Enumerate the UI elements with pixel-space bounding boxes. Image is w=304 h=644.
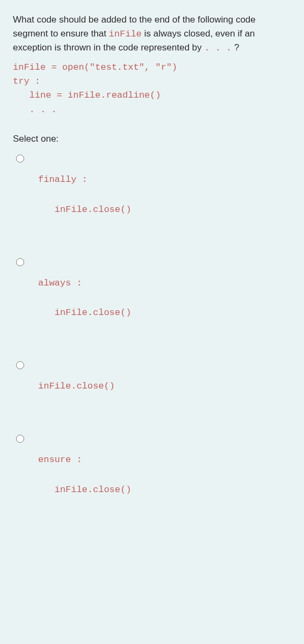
radio-4[interactable] — [16, 433, 24, 447]
radio-1[interactable] — [16, 153, 24, 167]
option-4-line1: ensure : — [38, 455, 82, 465]
question-inline-code: inFile — [109, 29, 142, 39]
option-2-body: always : inFile.close() — [38, 276, 131, 320]
radio-2[interactable] — [16, 257, 24, 270]
code-block: inFile = open("test.txt", "r") try : lin… — [13, 61, 291, 117]
option-1-line1: finally : — [38, 174, 88, 185]
option-3-line1: inFile.close() — [38, 381, 115, 391]
option-3-body: inFile.close() — [38, 379, 115, 393]
radio-input-3[interactable] — [16, 361, 24, 369]
option-2-line2: inFile.close() — [38, 308, 131, 318]
question-text: What code should be added to the end of … — [13, 13, 291, 55]
option-4-line2: inFile.close() — [38, 485, 131, 495]
question-suffix: ? — [231, 42, 239, 53]
radio-3[interactable] — [16, 360, 24, 374]
option-2-line1: always : — [38, 278, 82, 288]
radio-input-4[interactable] — [16, 435, 24, 443]
radio-input-1[interactable] — [16, 155, 24, 163]
option-1-line2: inFile.close() — [38, 204, 131, 215]
select-one-label: Select one: — [13, 132, 291, 146]
radio-input-2[interactable] — [16, 258, 24, 266]
option-1[interactable]: finally : inFile.close() — [13, 153, 291, 216]
option-4-body: ensure : inFile.close() — [38, 452, 131, 496]
option-1-body: finally : inFile.close() — [38, 172, 131, 216]
option-4[interactable]: ensure : inFile.close() — [13, 431, 291, 496]
question-dots: . . . — [204, 43, 231, 53]
option-2[interactable]: always : inFile.close() — [13, 254, 291, 320]
options-container: finally : inFile.close() always : inFile… — [13, 153, 291, 534]
option-3[interactable]: inFile.close() — [13, 357, 291, 393]
